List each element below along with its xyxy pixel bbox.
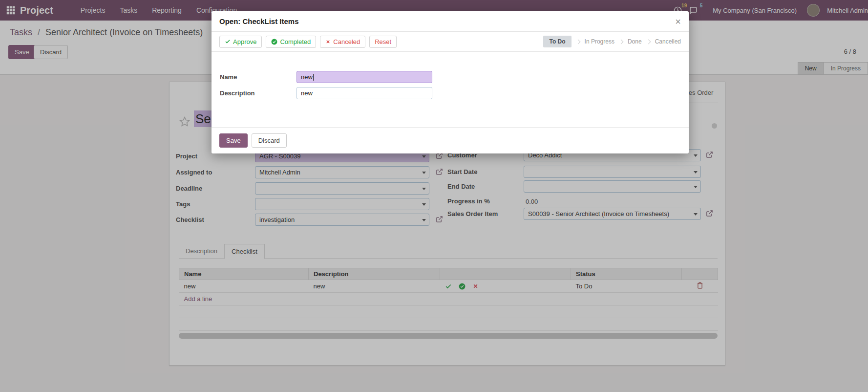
circle-check-icon xyxy=(271,39,277,45)
name-input[interactable]: new xyxy=(296,71,432,83)
check-icon xyxy=(225,39,231,44)
modal-body: Name new Description new xyxy=(212,52,689,127)
close-icon[interactable]: × xyxy=(675,17,681,26)
x-icon xyxy=(325,39,331,44)
checklist-item-modal: Open: CheckList Items × Approve Complete… xyxy=(212,11,689,153)
status-done[interactable]: Done xyxy=(628,38,642,45)
description-input[interactable]: new xyxy=(296,87,432,99)
chevron-right-icon xyxy=(575,39,580,44)
name-label: Name xyxy=(220,73,237,81)
status-cancelled[interactable]: Cancelled xyxy=(655,38,681,45)
text-cursor xyxy=(313,74,314,81)
completed-button[interactable]: Completed xyxy=(266,36,316,48)
reset-button[interactable]: Reset xyxy=(369,36,397,48)
status-in-progress[interactable]: In Progress xyxy=(585,38,614,45)
modal-discard-button[interactable]: Discard xyxy=(252,133,287,148)
chevron-right-icon xyxy=(646,39,651,44)
approve-button[interactable]: Approve xyxy=(219,36,262,48)
modal-header: Open: CheckList Items × xyxy=(212,11,689,32)
modal-save-button[interactable]: Save xyxy=(219,133,248,148)
status-to-do[interactable]: To Do xyxy=(543,36,571,47)
modal-title: Open: CheckList Items xyxy=(219,17,299,25)
description-label: Description xyxy=(220,89,255,97)
canceled-button[interactable]: Canceled xyxy=(320,36,365,48)
modal-toolbar: Approve Completed Canceled Reset To Do I… xyxy=(212,32,689,52)
modal-footer: Save Discard xyxy=(212,127,689,153)
chevron-right-icon xyxy=(618,39,623,44)
modal-statusbar: To Do In Progress Done Cancelled xyxy=(543,36,681,47)
